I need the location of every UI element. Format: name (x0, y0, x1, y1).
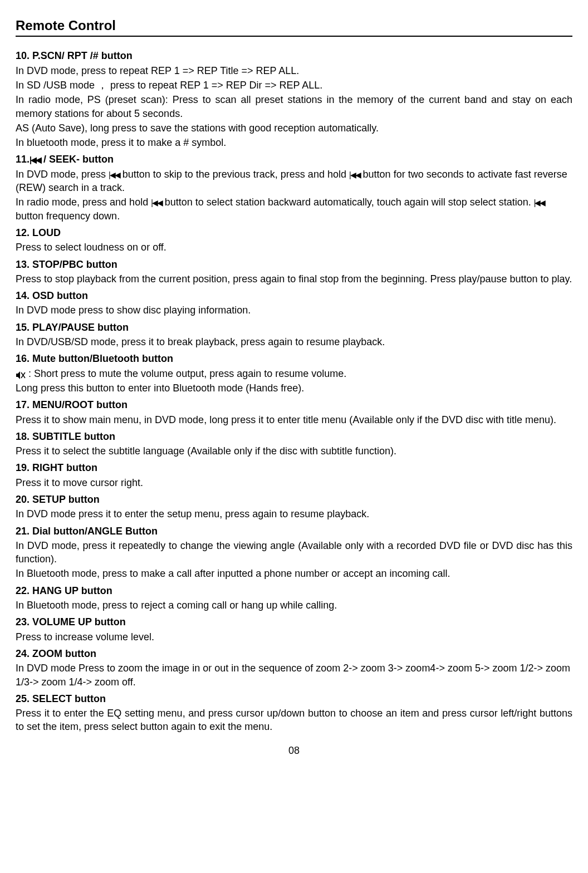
text-10-4: AS (Auto Save), long press to save the s… (16, 121, 572, 135)
heading-18: 18. SUBTITLE button (16, 430, 572, 443)
text-25-1: Press it to enter the EQ setting menu, a… (16, 707, 572, 734)
heading-11-pre: 11. (16, 154, 30, 165)
text-15-1: In DVD/USB/SD mode, press it to break pl… (16, 335, 572, 349)
heading-20: 20. SETUP button (16, 493, 572, 506)
text-11-2-post: button frequency down. (16, 210, 120, 222)
svg-marker-0 (16, 371, 20, 379)
text-11-1-mid: button to skip to the previous track, pr… (120, 169, 349, 180)
previous-track-icon: |◀◀ (151, 198, 162, 208)
text-21-1: In DVD mode, press it repeatedly to chan… (16, 539, 572, 566)
heading-25: 25. SELECT button (16, 692, 572, 705)
mute-icon (16, 370, 26, 379)
text-10-3: In radio mode, PS (preset scan): Press t… (16, 93, 572, 120)
text-11-1: In DVD mode, press |◀◀ button to skip to… (16, 168, 572, 195)
text-13-1: Press to stop playback from the current … (16, 272, 572, 286)
text-11-2-pre: In radio mode, press and hold (16, 197, 151, 208)
text-22-1: In Bluetooth mode, press to reject a com… (16, 599, 572, 612)
heading-22: 22. HANG UP button (16, 584, 572, 597)
heading-21: 21. Dial button/ANGLE Button (16, 524, 572, 538)
text-10-1: In DVD mode, press to repeat REP 1 => RE… (16, 64, 572, 77)
text-17-1: Press it to show main menu, in DVD mode,… (16, 413, 572, 426)
text-20-1: In DVD mode press it to enter the setup … (16, 507, 572, 521)
text-11-2-mid: button to select station backward automa… (162, 197, 534, 208)
text-11-1-pre: In DVD mode, press (16, 169, 109, 180)
heading-17: 17. MENU/ROOT button (16, 398, 572, 411)
text-24-1: In DVD mode Press to zoom the image in o… (16, 661, 572, 689)
text-12-1: Press to select loudness on or off. (16, 241, 572, 254)
page-title: Remote Control (16, 17, 572, 37)
text-18-1: Press it to select the subtitle language… (16, 444, 572, 458)
previous-track-icon: |◀◀ (534, 198, 545, 208)
text-10-2: In SD /USB mode ， press to repeat REP 1 … (16, 79, 572, 92)
heading-19: 19. RIGHT button (16, 461, 572, 474)
previous-track-icon: |◀◀ (30, 155, 41, 165)
heading-23: 23. VOLUME UP button (16, 615, 572, 629)
page-number: 08 (16, 744, 572, 757)
text-19-1: Press it to move cursor right. (16, 476, 572, 489)
heading-24: 24. ZOOM button (16, 647, 572, 660)
heading-10: 10. P.SCN/ RPT /# button (16, 49, 572, 62)
heading-16: 16. Mute button/Bluetooth button (16, 352, 572, 365)
text-16-1: : Short press to mute the volume output,… (16, 367, 572, 380)
text-16-2: Long press this button to enter into Blu… (16, 381, 572, 395)
heading-11-post: / SEEK- button (41, 154, 114, 165)
text-23-1: Press to increase volume level. (16, 630, 572, 644)
heading-15: 15. PLAY/PAUSE button (16, 321, 572, 334)
heading-11: 11.|◀◀ / SEEK- button (16, 153, 572, 166)
heading-14: 14. OSD button (16, 289, 572, 302)
previous-track-icon: |◀◀ (349, 170, 360, 180)
text-21-2: In Bluetooth mode, press to make a call … (16, 567, 572, 580)
text-11-2: In radio mode, press and hold |◀◀ button… (16, 195, 572, 223)
heading-12: 12. LOUD (16, 226, 572, 239)
text-14-1: In DVD mode press to show disc playing i… (16, 303, 572, 317)
heading-13: 13. STOP/PBC button (16, 258, 572, 271)
previous-track-icon: |◀◀ (109, 170, 120, 180)
text-10-5: In bluetooth mode, press it to make a # … (16, 136, 572, 149)
text-16-1-post: : Short press to mute the volume output,… (26, 368, 346, 379)
